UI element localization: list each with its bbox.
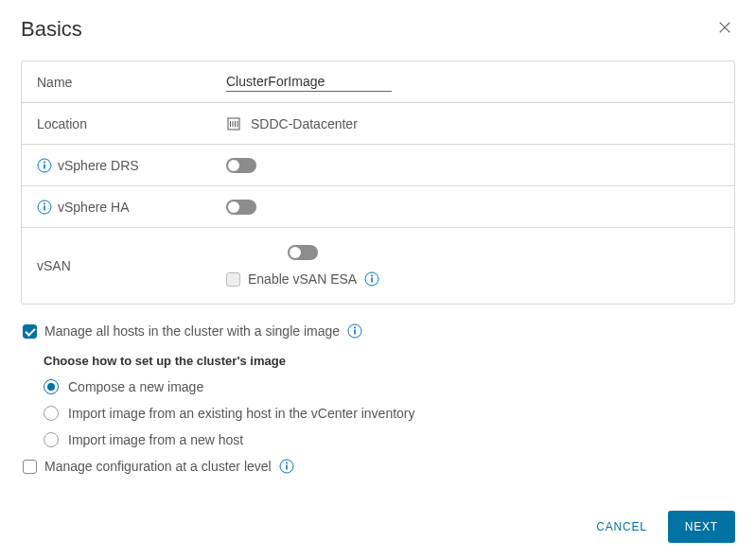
row-ha: vSphere HA — [22, 186, 734, 228]
manage-config-row: Manage configuration at a cluster level — [23, 459, 735, 474]
next-button[interactable]: NEXT — [668, 511, 735, 543]
vsan-esa-checkbox[interactable] — [226, 272, 240, 287]
location-value: SDDC-Datacenter — [251, 116, 358, 131]
image-setup-heading: Choose how to set up the cluster's image — [44, 354, 735, 368]
svg-point-14 — [371, 275, 373, 277]
info-icon[interactable] — [364, 271, 379, 287]
radio-compose[interactable] — [44, 379, 59, 394]
info-icon[interactable] — [347, 323, 362, 339]
location-label: Location — [37, 116, 87, 131]
radio-import-existing-label: Import image from an existing host in th… — [68, 406, 415, 421]
manage-hosts-row: Manage all hosts in the cluster with a s… — [23, 323, 735, 339]
radio-import-existing-row[interactable]: Import image from an existing host in th… — [44, 406, 735, 421]
name-label: Name — [37, 75, 72, 90]
vsan-toggle[interactable] — [288, 245, 318, 260]
svg-point-11 — [44, 202, 45, 204]
svg-point-20 — [286, 462, 288, 464]
svg-rect-18 — [354, 330, 356, 335]
radio-compose-row[interactable]: Compose a new image — [44, 379, 735, 394]
vsan-label: vSAN — [37, 258, 71, 273]
drs-label: vSphere DRS — [58, 158, 139, 173]
svg-point-8 — [44, 161, 45, 163]
manage-config-label: Manage configuration at a cluster level — [44, 459, 272, 474]
info-icon[interactable] — [37, 200, 52, 215]
name-input[interactable] — [226, 72, 392, 92]
page-title: Basics — [21, 17, 82, 42]
svg-point-17 — [354, 327, 356, 329]
row-location: Location SDDC-Datacenter — [22, 103, 734, 145]
svg-rect-9 — [44, 164, 45, 168]
svg-rect-21 — [286, 465, 288, 470]
info-icon[interactable] — [279, 459, 294, 474]
close-icon[interactable] — [714, 17, 735, 41]
radio-import-new-row[interactable]: Import image from a new host — [44, 432, 735, 447]
radio-compose-label: Compose a new image — [68, 379, 203, 394]
svg-rect-15 — [371, 278, 373, 283]
svg-rect-12 — [44, 205, 45, 210]
radio-import-existing[interactable] — [44, 406, 59, 421]
row-name: Name — [22, 61, 734, 103]
manage-hosts-label: Manage all hosts in the cluster with a s… — [44, 323, 340, 339]
basics-form: Name Location SDDC-Datacenter vSphere DR… — [21, 61, 735, 305]
radio-import-new[interactable] — [44, 432, 59, 447]
datacenter-icon — [226, 116, 241, 131]
ha-label: vSphere HA — [58, 200, 129, 215]
vsan-esa-label: Enable vSAN ESA — [248, 271, 357, 287]
manage-config-checkbox[interactable] — [23, 460, 37, 474]
info-icon[interactable] — [37, 158, 52, 173]
drs-toggle[interactable] — [226, 158, 256, 173]
ha-toggle[interactable] — [226, 200, 256, 215]
radio-import-new-label: Import image from a new host — [68, 432, 243, 447]
row-drs: vSphere DRS — [22, 145, 734, 186]
manage-hosts-checkbox[interactable] — [23, 324, 37, 339]
cancel-button[interactable]: CANCEL — [592, 513, 650, 541]
row-vsan: vSAN Enable vSAN ESA — [22, 228, 734, 304]
